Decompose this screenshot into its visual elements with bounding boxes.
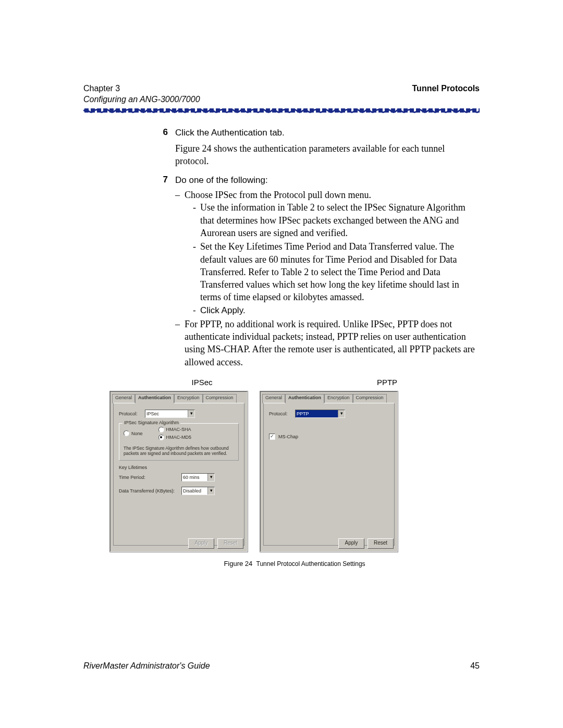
step-7-title: Do one of the following: — [175, 175, 480, 187]
step-7-sub-a: Use the information in Table 2 to select… — [200, 201, 480, 239]
figure-label-pptp: PPTP — [320, 378, 455, 387]
tab-compression[interactable]: Compression — [353, 394, 387, 403]
step-7-sub-b: Set the Key Lifetimes Time Period and Da… — [200, 240, 480, 303]
signature-description: The IPSec Signature Algorithm defines ho… — [124, 446, 234, 456]
step-7-bullet-pptp: For PPTP, no additional work is required… — [185, 318, 480, 368]
radio-md5-label: HMAC-MD5 — [166, 435, 192, 440]
ipsec-auth-panel: General Authentication Encryption Compre… — [109, 391, 248, 552]
mschap-checkbox[interactable]: ✓ — [269, 434, 275, 440]
dropdown-arrow-icon: ▾ — [188, 410, 194, 417]
step-7-bullet-ipsec: Choose IPSec from the Protocol pull down… — [185, 189, 480, 317]
step-6-title: Click the Authentication tab. — [175, 127, 480, 139]
tab-encryption[interactable]: Encryption — [324, 394, 353, 403]
apply-button[interactable]: Apply — [188, 538, 214, 549]
apply-button[interactable]: Apply — [338, 538, 364, 549]
tab-general[interactable]: General — [112, 394, 135, 403]
mschap-label: MS-Chap — [278, 434, 298, 439]
step-7-sub-c: Click Apply. — [200, 305, 480, 317]
step-number: 7 — [151, 175, 175, 369]
radio-hmac-md5[interactable] — [158, 435, 164, 440]
step-number: 6 — [151, 127, 175, 168]
protocol-select[interactable]: IPSec ▾ — [145, 410, 195, 418]
data-transferred-label: Data Transferred (KBytes): — [119, 488, 181, 493]
radio-none[interactable] — [124, 430, 129, 436]
radio-sha-label: HMAC-SHA — [166, 427, 191, 432]
header-divider — [83, 108, 480, 113]
time-period-label: Time Period: — [119, 475, 181, 480]
chapter-label: Chapter 3 — [83, 83, 200, 94]
tab-general[interactable]: General — [262, 394, 285, 403]
protocol-label: Protocol: — [119, 411, 145, 416]
page-header: Chapter 3 Configuring an ANG-3000/7000 T… — [83, 83, 480, 105]
signature-legend: IPSec Signature Algorithm — [123, 420, 180, 425]
page-footer: RiverMaster Administrator's Guide 45 — [83, 661, 480, 671]
dropdown-arrow-icon: ▾ — [207, 474, 214, 481]
tab-compression[interactable]: Compression — [203, 394, 237, 403]
step-7: 7 Do one of the following: Choose IPSec … — [151, 175, 480, 369]
radio-none-label: None — [131, 431, 143, 436]
tab-authentication[interactable]: Authentication — [135, 394, 174, 403]
topic-title: Tunnel Protocols — [412, 83, 480, 105]
pptp-auth-panel: General Authentication Encryption Compre… — [260, 391, 398, 552]
figure-label-ipsec: IPSec — [134, 378, 270, 387]
signature-algorithm-group: IPSec Signature Algorithm None HMAC-SHA … — [119, 423, 239, 461]
footer-guide-name: RiverMaster Administrator's Guide — [83, 661, 210, 671]
reset-button[interactable]: Reset — [368, 538, 394, 549]
reset-button[interactable]: Reset — [217, 538, 243, 549]
time-period-select[interactable]: 60 mins ▾ — [181, 473, 215, 482]
page-number: 45 — [470, 661, 480, 671]
dropdown-arrow-icon: ▾ — [207, 487, 214, 495]
step-6-para: Figure 24 shows the authentication param… — [175, 142, 480, 168]
dropdown-arrow-icon: ▾ — [338, 410, 345, 417]
data-transferred-select[interactable]: Disabled ▾ — [181, 487, 215, 495]
chapter-subtitle: Configuring an ANG-3000/7000 — [83, 94, 200, 105]
protocol-label: Protocol: — [269, 411, 295, 416]
key-lifetimes-label: Key Lifetimes — [119, 465, 239, 470]
tab-encryption[interactable]: Encryption — [174, 394, 203, 403]
radio-hmac-sha[interactable] — [158, 427, 164, 433]
figure-caption: Figure 24 Tunnel Protocol Authentication… — [109, 560, 480, 567]
step-6: 6 Click the Authentication tab. Figure 2… — [151, 127, 480, 168]
protocol-select[interactable]: PPTP ▾ — [295, 410, 345, 418]
tab-authentication[interactable]: Authentication — [285, 394, 324, 403]
